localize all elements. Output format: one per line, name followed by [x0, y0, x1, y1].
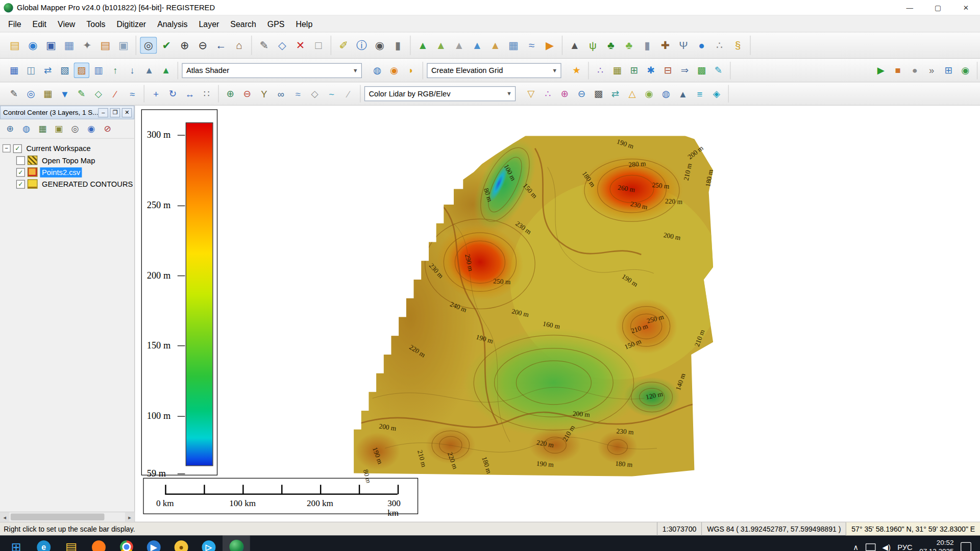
overlay-control-icon[interactable]: ▦ [6, 62, 22, 78]
panel-horizontal-scrollbar[interactable]: ◂ ▸ [0, 512, 134, 522]
tree-icon[interactable]: ♣ [602, 37, 619, 54]
chrome-app[interactable] [112, 535, 140, 551]
file-explorer-app[interactable]: ▤ [58, 535, 85, 551]
map-layout-icon[interactable]: ▤ [97, 37, 114, 54]
layer-checkbox[interactable]: ✓ [16, 180, 25, 188]
language-indicator[interactable]: РУС [897, 542, 912, 551]
terrain-3d-icon[interactable]: ▲ [141, 62, 157, 78]
menu-item-edit[interactable]: Edit [27, 17, 52, 31]
panel-minimize-button[interactable]: – [99, 108, 109, 117]
path-profile-icon[interactable]: ≈ [523, 37, 540, 54]
edit-feature-icon[interactable]: ✎ [256, 37, 273, 54]
scrollbar-thumb[interactable] [11, 514, 105, 520]
view-3d-icon[interactable]: ▧ [57, 62, 72, 78]
menu-item-search[interactable]: Search [225, 17, 261, 31]
menu-item-analysis[interactable]: Analysis [152, 17, 193, 31]
scale-bar[interactable]: 0 km100 km200 km300 km [143, 478, 418, 514]
digitize-polygon-icon[interactable]: ◇ [274, 37, 290, 54]
play-animation-icon[interactable]: ▶ [873, 62, 889, 78]
elevation-shader-icon[interactable]: ▲ [414, 37, 431, 54]
media-player-app[interactable]: ▶ [140, 535, 167, 551]
paint-terrain-icon[interactable]: ✎ [710, 62, 726, 78]
mountains-icon[interactable]: ▲ [158, 62, 174, 78]
watershed-icon[interactable]: ▲ [469, 37, 485, 54]
attribute-table-icon[interactable]: ▦ [35, 121, 50, 136]
lidar-zoom-out-icon[interactable]: ⊖ [574, 86, 590, 102]
menu-item-view[interactable]: View [52, 17, 81, 31]
taskbar-clock[interactable]: 20:52 07.12.2025 [919, 538, 953, 551]
line-smooth-icon[interactable]: ≈ [290, 86, 306, 102]
scroll-right-icon[interactable]: ▸ [125, 512, 134, 521]
gps-device-icon[interactable]: ▮ [389, 37, 406, 54]
lidar-globe-icon[interactable]: ◍ [658, 86, 674, 102]
lidar-filter-icon[interactable]: ▽ [523, 86, 539, 102]
contour-generation-icon[interactable]: ▲ [451, 37, 468, 54]
create-circle-icon[interactable]: ◎ [23, 86, 39, 102]
move-feature-icon[interactable]: + [148, 86, 164, 102]
hatch-shader-icon[interactable]: ▨ [74, 62, 89, 78]
elevation-grid-combobox[interactable]: Create Elevation Grid ▼ [427, 63, 561, 78]
antenna-icon[interactable]: Ψ [675, 37, 692, 54]
map-key-icon[interactable]: § [729, 37, 746, 54]
close-button[interactable]: ✕ [952, 0, 980, 15]
create-range-ring-icon[interactable]: ▦ [40, 86, 56, 102]
sort-descending-icon[interactable]: ↓ [125, 62, 140, 78]
menu-item-file[interactable]: File [3, 17, 27, 31]
create-line-icon[interactable]: ∕ [108, 86, 124, 102]
vertex-add-icon[interactable]: ⊕ [223, 86, 238, 102]
fast-mode-icon[interactable]: » [924, 62, 940, 78]
control-center-titlebar[interactable]: Control Center (3 Layers, 1 S... – ❐ ✕ [0, 106, 134, 119]
map-view[interactable]: 300 m250 m200 m150 m100 m59 m 0 km100 km… [135, 106, 980, 522]
lidar-terrain-icon[interactable]: ▲ [675, 86, 691, 102]
globe-night-icon[interactable]: ◗ [403, 62, 419, 78]
lidar-grid-small-icon[interactable]: ▦ [609, 62, 625, 78]
viewshed-icon[interactable]: ▲ [487, 37, 504, 54]
menu-item-layer[interactable]: Layer [193, 17, 225, 31]
elevation-grid-icon[interactable]: ▦ [505, 37, 522, 54]
delete-feature-icon[interactable]: ✕ [292, 37, 309, 54]
layer-label[interactable]: Open Topo Map [40, 155, 97, 165]
lidar-hazard-icon[interactable]: △ [624, 86, 640, 102]
edit-vertices-icon[interactable]: ✎ [74, 86, 89, 102]
globe-3d-icon[interactable]: ◉ [958, 62, 973, 78]
layer-item[interactable]: ✓GENERATED CONTOURS [ [1, 178, 133, 190]
edge-app[interactable]: e [30, 535, 58, 551]
layer-label[interactable]: Points2.csv [40, 167, 82, 178]
layer-visibility-icon[interactable]: ◉ [84, 121, 99, 136]
feature-info-icon[interactable]: ⓘ [353, 37, 370, 54]
grid-star-icon[interactable]: ✱ [643, 62, 659, 78]
panel-restore-button[interactable]: ❐ [110, 108, 120, 117]
home-view-icon[interactable]: ⌂ [231, 37, 248, 54]
search-attributes-icon[interactable]: ◉ [371, 37, 388, 54]
minimize-button[interactable]: — [896, 0, 924, 15]
vegetation-icon[interactable]: ψ [584, 37, 601, 54]
open-workspace-icon[interactable]: ▤ [6, 37, 23, 54]
full-extent-icon[interactable]: ✔ [158, 37, 175, 54]
layer-item[interactable]: −✓Current Workspace [1, 142, 133, 154]
layer-projection-icon[interactable]: ◍ [19, 121, 34, 136]
layer-checkbox[interactable] [16, 156, 25, 165]
lidar-compare-icon[interactable]: ⇄ [607, 86, 623, 102]
create-area-icon[interactable]: ◇ [91, 86, 107, 102]
global-mapper-app[interactable] [223, 535, 250, 551]
lidar-grid-icon[interactable]: ▩ [591, 86, 606, 102]
menu-item-gps[interactable]: GPS [262, 17, 290, 31]
layer-checkbox[interactable]: ✓ [16, 168, 25, 177]
rotate-feature-icon[interactable]: ↻ [165, 86, 181, 102]
layer-item[interactable]: Open Topo Map [1, 154, 133, 166]
create-spline-icon[interactable]: ≈ [125, 86, 140, 102]
stop-animation-icon[interactable]: ■ [890, 62, 906, 78]
tile-windows-icon[interactable]: ▦ [61, 37, 78, 54]
layer-columns-icon[interactable]: ▥ [91, 62, 107, 78]
layers-3d-icon[interactable]: ◈ [709, 86, 725, 102]
create-point-icon[interactable]: ▼ [57, 86, 72, 102]
new-view-icon[interactable]: ⊞ [941, 62, 957, 78]
layer-search-icon[interactable]: ◎ [67, 121, 82, 136]
favorite-icon[interactable]: ★ [569, 62, 584, 78]
path-tool-icon[interactable]: ⇒ [677, 62, 693, 78]
sort-ascending-icon[interactable]: ↑ [108, 62, 124, 78]
maximize-button[interactable]: ▢ [924, 0, 952, 15]
previous-view-icon[interactable]: ← [212, 37, 229, 54]
water-feature-icon[interactable]: ● [693, 37, 710, 54]
lidar-color-combobox[interactable]: Color Lidar by RGB/Elev ▼ [364, 86, 516, 101]
